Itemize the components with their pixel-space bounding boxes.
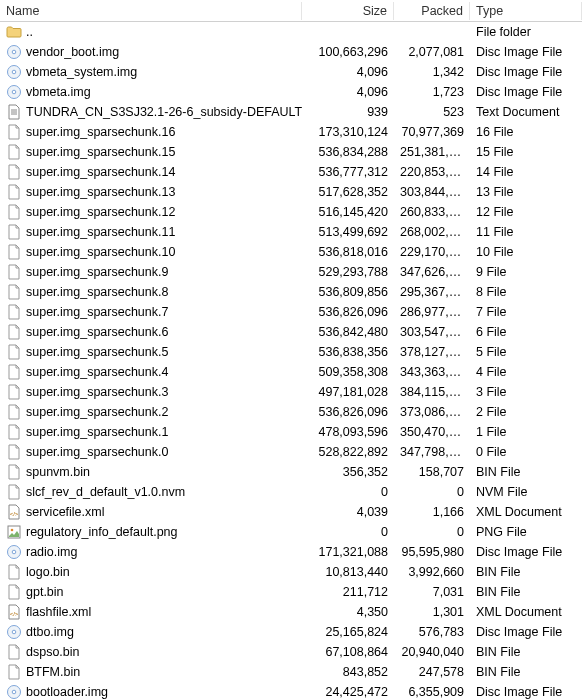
table-row[interactable]: super.img_sparsechunk.13517,628,352303,8… [0,182,582,202]
cell-name[interactable]: </>flashfile.xml [0,602,302,622]
file-icon [6,204,22,220]
table-row[interactable]: super.img_sparsechunk.5536,838,356378,12… [0,342,582,362]
cell-packed: 1,342 [394,62,470,82]
cell-name[interactable]: BTFM.bin [0,662,302,682]
cell-type: XML Document [470,502,582,522]
cell-name[interactable]: dspso.bin [0,642,302,662]
file-name: super.img_sparsechunk.15 [26,145,175,159]
table-row[interactable]: logo.bin10,813,4403,992,660BIN File [0,562,582,582]
cell-name[interactable]: vbmeta.img [0,82,302,102]
cell-name[interactable]: super.img_sparsechunk.11 [0,222,302,242]
column-header-size[interactable]: Size [302,2,394,20]
table-row[interactable]: gpt.bin211,7127,031BIN File [0,582,582,602]
file-name: spunvm.bin [26,465,90,479]
cell-name[interactable]: super.img_sparsechunk.6 [0,322,302,342]
table-row[interactable]: vbmeta_system.img4,0961,342Disc Image Fi… [0,62,582,82]
table-row[interactable]: super.img_sparsechunk.4509,358,308343,36… [0,362,582,382]
cell-name[interactable]: super.img_sparsechunk.16 [0,122,302,142]
cell-name[interactable]: super.img_sparsechunk.15 [0,142,302,162]
table-row[interactable]: BTFM.bin843,852247,578BIN File [0,662,582,682]
table-row[interactable]: super.img_sparsechunk.1478,093,596350,47… [0,422,582,442]
file-name: super.img_sparsechunk.5 [26,345,168,359]
cell-name[interactable]: dtbo.img [0,622,302,642]
cell-size: 536,777,312 [302,162,394,182]
svg-point-8 [11,529,14,532]
cell-size: 497,181,028 [302,382,394,402]
column-header-name[interactable]: Name [0,2,302,20]
table-row[interactable]: super.img_sparsechunk.9529,293,788347,62… [0,262,582,282]
cell-name[interactable]: logo.bin [0,562,302,582]
cell-packed: 303,844,715 [394,182,470,202]
cell-name[interactable]: super.img_sparsechunk.0 [0,442,302,462]
cell-size: 529,293,788 [302,262,394,282]
table-row[interactable]: dtbo.img25,165,824576,783Disc Image File [0,622,582,642]
cell-name[interactable]: super.img_sparsechunk.8 [0,282,302,302]
table-row[interactable]: super.img_sparsechunk.0528,822,892347,79… [0,442,582,462]
cell-name[interactable]: </>servicefile.xml [0,502,302,522]
cell-size: 356,352 [302,462,394,482]
column-header-packed[interactable]: Packed [394,2,470,20]
cell-packed: 576,783 [394,622,470,642]
cell-packed: 2,077,081 [394,42,470,62]
table-row[interactable]: radio.img171,321,08895,595,980Disc Image… [0,542,582,562]
cell-name[interactable]: super.img_sparsechunk.3 [0,382,302,402]
file-icon [6,664,22,680]
column-header-row: Name Size Packed Type [0,0,582,22]
cell-type: 11 File [470,222,582,242]
table-row[interactable]: dspso.bin67,108,86420,940,040BIN File [0,642,582,662]
table-row[interactable]: super.img_sparsechunk.15536,834,288251,3… [0,142,582,162]
table-row[interactable]: TUNDRA_CN_S3SJ32.1-26-6_subsidy-DEFAULT_… [0,102,582,122]
cell-name[interactable]: vbmeta_system.img [0,62,302,82]
cell-type: 7 File [470,302,582,322]
file-name: slcf_rev_d_default_v1.0.nvm [26,485,185,499]
table-row[interactable]: super.img_sparsechunk.14536,777,312220,8… [0,162,582,182]
cell-name[interactable]: gpt.bin [0,582,302,602]
cell-name[interactable]: super.img_sparsechunk.14 [0,162,302,182]
cell-name[interactable]: slcf_rev_d_default_v1.0.nvm [0,482,302,502]
cell-name[interactable]: radio.img [0,542,302,562]
cell-name[interactable]: vendor_boot.img [0,42,302,62]
cell-name[interactable]: .. [0,22,302,42]
table-row[interactable]: spunvm.bin356,352158,707BIN File [0,462,582,482]
cell-name[interactable]: super.img_sparsechunk.12 [0,202,302,222]
table-row[interactable]: vbmeta.img4,0961,723Disc Image File [0,82,582,102]
table-row[interactable]: super.img_sparsechunk.10536,818,016229,1… [0,242,582,262]
cell-type: 3 File [470,382,582,402]
file-name: super.img_sparsechunk.9 [26,265,168,279]
file-name: flashfile.xml [26,605,91,619]
cell-name[interactable]: regulatory_info_default.png [0,522,302,542]
table-row[interactable]: </>flashfile.xml4,3501,301XML Document [0,602,582,622]
file-name: super.img_sparsechunk.10 [26,245,175,259]
table-row[interactable]: super.img_sparsechunk.2536,826,096373,08… [0,402,582,422]
cell-name[interactable]: super.img_sparsechunk.5 [0,342,302,362]
table-row[interactable]: super.img_sparsechunk.11513,499,692268,0… [0,222,582,242]
table-row[interactable]: super.img_sparsechunk.3497,181,028384,11… [0,382,582,402]
cell-name[interactable]: super.img_sparsechunk.10 [0,242,302,262]
table-row[interactable]: regulatory_info_default.png00PNG File [0,522,582,542]
cell-name[interactable]: TUNDRA_CN_S3SJ32.1-26-6_subsidy-DEFAULT_… [0,102,302,122]
table-row[interactable]: ..File folder [0,22,582,42]
cell-name[interactable]: bootloader.img [0,682,302,700]
table-row[interactable]: super.img_sparsechunk.6536,842,480303,54… [0,322,582,342]
table-row[interactable]: super.img_sparsechunk.16173,310,12470,97… [0,122,582,142]
table-row[interactable]: vendor_boot.img100,663,2962,077,081Disc … [0,42,582,62]
file-name: logo.bin [26,565,70,579]
cell-name[interactable]: super.img_sparsechunk.13 [0,182,302,202]
table-row[interactable]: super.img_sparsechunk.12516,145,420260,8… [0,202,582,222]
cell-name[interactable]: super.img_sparsechunk.1 [0,422,302,442]
table-row[interactable]: </>servicefile.xml4,0391,166XML Document [0,502,582,522]
file-icon [6,444,22,460]
table-row[interactable]: super.img_sparsechunk.7536,826,096286,97… [0,302,582,322]
text-icon [6,104,22,120]
column-header-type[interactable]: Type [470,2,582,20]
table-row[interactable]: bootloader.img24,425,4726,355,909Disc Im… [0,682,582,700]
cell-name[interactable]: super.img_sparsechunk.9 [0,262,302,282]
cell-name[interactable]: super.img_sparsechunk.7 [0,302,302,322]
cell-name[interactable]: super.img_sparsechunk.4 [0,362,302,382]
table-row[interactable]: super.img_sparsechunk.8536,809,856295,36… [0,282,582,302]
file-name: super.img_sparsechunk.6 [26,325,168,339]
cell-name[interactable]: super.img_sparsechunk.2 [0,402,302,422]
table-row[interactable]: slcf_rev_d_default_v1.0.nvm00NVM File [0,482,582,502]
cell-name[interactable]: spunvm.bin [0,462,302,482]
file-name: dtbo.img [26,625,74,639]
